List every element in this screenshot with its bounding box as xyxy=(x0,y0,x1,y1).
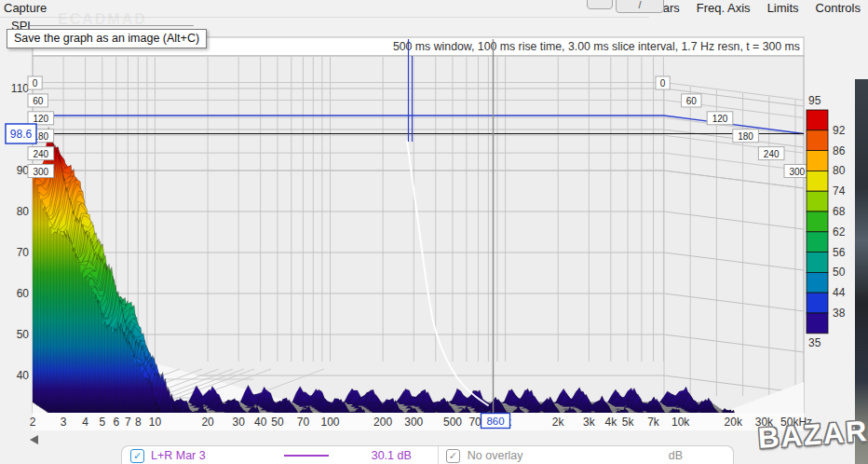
x-tick-label: 7k xyxy=(647,416,660,429)
x-tick-label: 500 xyxy=(443,416,462,429)
x-tick-label: 30 xyxy=(233,416,246,429)
y-tick-label: 80 xyxy=(17,205,30,218)
time-tick-label: 300 xyxy=(33,167,48,177)
legend-tick-label: 74 xyxy=(833,184,846,198)
time-tick-label: 120 xyxy=(33,114,48,124)
cursor-level-value: 98.6 xyxy=(10,128,33,141)
legend-max-label: 95 xyxy=(808,94,821,107)
overlay-checkbox[interactable]: ✓ xyxy=(446,449,460,463)
x-tick-label: 3k xyxy=(583,416,596,429)
legend-tick-label: 86 xyxy=(833,144,846,157)
y-tick-label: 70 xyxy=(17,246,30,259)
legend-tick-label: 80 xyxy=(833,164,846,177)
y-tick-label: 50 xyxy=(17,328,30,341)
panel-divider xyxy=(438,446,439,464)
legend-tick-label: 38 xyxy=(833,307,846,320)
legend-tick-label: 56 xyxy=(833,246,846,259)
x-tick-label: 200 xyxy=(373,416,392,429)
photo-edge-strip xyxy=(855,79,868,464)
trace-name[interactable]: L+R Mar 3 xyxy=(151,449,206,462)
time-tick-label: 0 xyxy=(33,78,38,89)
x-tick-label: 5k xyxy=(622,416,635,429)
time-tick-label: 60 xyxy=(33,96,44,106)
cursor-freq-value: 860 xyxy=(486,416,504,427)
x-tick-label: 100 xyxy=(321,416,340,429)
time-tick-label: 240 xyxy=(764,149,780,159)
x-tick-label: 40 xyxy=(254,416,267,429)
x-tick-label: 4 xyxy=(82,416,88,429)
x-tick-label: 300 xyxy=(404,416,423,429)
x-tick-label: 4k xyxy=(604,416,617,429)
legend-tick-label: 50 xyxy=(833,266,846,279)
x-tick-label: 2k xyxy=(552,416,565,429)
legend-tick-label: 44 xyxy=(833,286,846,299)
time-tick-label: 120 xyxy=(712,114,728,124)
x-tick-label: 2 xyxy=(30,416,36,429)
x-tick-label: 20k xyxy=(725,416,743,429)
tooltip-save-graph: Save the graph as an image (Alt+C) xyxy=(7,29,207,48)
time-tick-label: 180 xyxy=(738,131,753,142)
time-tick-label: 300 xyxy=(789,167,805,177)
x-tick-label: 70 xyxy=(297,416,310,429)
trace-checkbox[interactable]: ✓ xyxy=(130,449,144,463)
unit-label: dB xyxy=(669,449,683,462)
legend-tick-label: 68 xyxy=(833,205,846,218)
y-tick-label: 40 xyxy=(17,369,30,382)
time-tick-label: 60 xyxy=(686,96,698,106)
y-tick-label: 110 xyxy=(11,82,29,95)
y-tick-label: 60 xyxy=(17,287,30,300)
trace-value: 30.1 dB xyxy=(372,449,412,462)
time-tick-label: 240 xyxy=(33,149,48,159)
trace-color-sample xyxy=(284,455,329,457)
x-tick-label: 50 xyxy=(271,416,284,429)
waterfall-plot[interactable]: 500 ms window, 100 ms rise time, 3.00 ms… xyxy=(0,0,868,464)
legend-tick-label: 62 xyxy=(833,225,846,239)
legend-tick-label: 92 xyxy=(833,124,846,137)
x-tick-label: 10k xyxy=(671,416,690,429)
time-tick-label: 0 xyxy=(660,78,666,89)
y-tick-label: 90 xyxy=(17,164,30,177)
x-tick-label: 6 xyxy=(113,416,119,429)
overlay-label: No overlay xyxy=(468,449,523,462)
scroll-arrow-icon[interactable] xyxy=(30,435,38,444)
svg-text:500 ms window, 100 ms rise tim: 500 ms window, 100 ms rise time, 3.00 ms… xyxy=(393,40,800,53)
x-tick-label: 7 xyxy=(125,416,131,429)
x-tick-label: 10 xyxy=(149,416,162,429)
x-tick-label: 3 xyxy=(61,416,67,429)
x-tick-label: 5 xyxy=(99,416,105,429)
x-tick-label: 8 xyxy=(135,416,142,429)
x-tick-label: 20 xyxy=(201,416,214,429)
trace-bottom-panel: ✓ L+R Mar 3 30.1 dB ✓ No overlay dB xyxy=(121,445,734,464)
legend-min-label: 35 xyxy=(808,336,821,349)
